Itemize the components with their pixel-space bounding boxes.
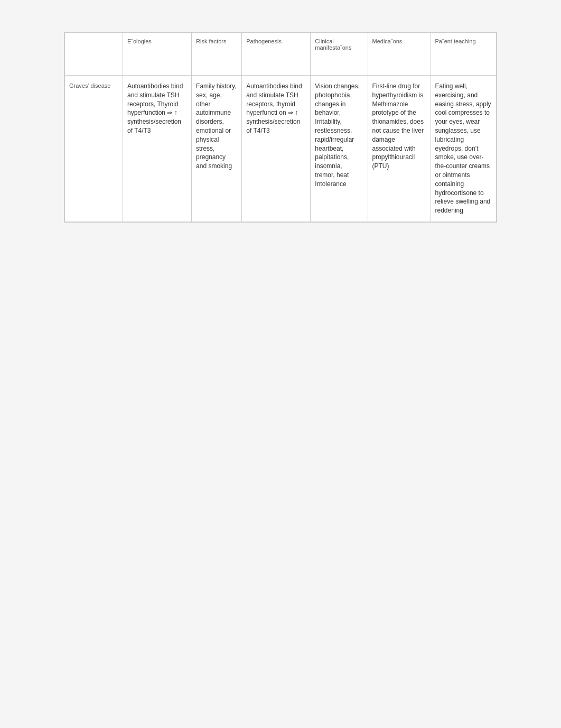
header-etiologies: Eˆologies (123, 33, 192, 76)
cell-patient-teaching: Eating well, exercising, and easing stre… (431, 76, 496, 222)
header-empty (65, 33, 123, 76)
header-clinical: Clinical manifestaˆons (311, 33, 368, 76)
row-label: Graves’ disease (65, 76, 123, 222)
header-row: Eˆologies Risk factors Pathogenesis Clin… (65, 33, 497, 76)
main-table-container: Eˆologies Risk factors Pathogenesis Clin… (64, 32, 497, 223)
cell-etiologies: Autoantibodies bind and stimulate TSH re… (123, 76, 192, 222)
header-medications: Medicaˆons (368, 33, 431, 76)
cell-medications: First-line drug for hyperthyroidism is M… (368, 76, 431, 222)
header-pathogenesis: Pathogenesis (242, 33, 311, 76)
cell-clinical: Vision changes, photophobia, changes in … (311, 76, 368, 222)
header-patient-teaching: Paˆent teaching (431, 33, 496, 76)
header-risk-factors: Risk factors (192, 33, 242, 76)
table-row: Graves’ disease Autoantibodies bind and … (65, 76, 497, 222)
medical-table: Eˆologies Risk factors Pathogenesis Clin… (64, 32, 497, 222)
cell-risk-factors: Family history, sex, age, other autoimmu… (192, 76, 242, 222)
cell-pathogenesis: Autoantibodies bind and stimulate TSH re… (242, 76, 311, 222)
